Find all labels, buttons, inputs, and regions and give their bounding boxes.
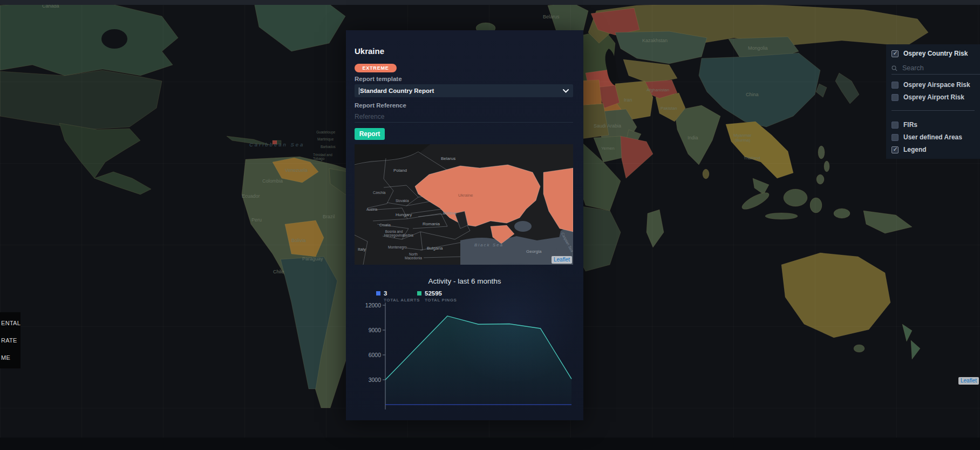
svg-text:6000: 6000 [369, 352, 382, 358]
map-bottom-band [0, 438, 980, 450]
checkbox[interactable] [891, 146, 899, 153]
layer-toggle-legend[interactable]: Legend [891, 145, 976, 155]
layer-label: Osprey Country Risk [903, 50, 968, 57]
pings-swatch [417, 291, 421, 295]
layer-label: Osprey Airport Risk [903, 93, 964, 101]
chevron-down-icon [563, 89, 569, 93]
search-input[interactable] [901, 64, 968, 72]
layer-toggle-airport-risk[interactable]: Osprey Airport Risk [891, 92, 976, 102]
layer-label: Osprey Airspace Risk [903, 81, 970, 89]
report-template-select[interactable]: Standard Country Report [355, 84, 573, 97]
checkbox[interactable] [891, 94, 899, 101]
report-reference-input[interactable] [355, 111, 573, 123]
country-report-modal: Ukraine EXTREME Report template Standard… [346, 30, 583, 420]
alerts-swatch [376, 291, 380, 295]
reference-field-label: Report Reference [355, 102, 406, 109]
svg-text:9000: 9000 [369, 327, 382, 333]
layer-label: FIRs [903, 121, 917, 129]
activity-line-chart: 30006000900012000 [355, 300, 575, 414]
activity-chart-title: Activity - last 6 months [346, 277, 583, 285]
panel-divider [891, 110, 975, 111]
modal-title: Ukraine [355, 46, 384, 56]
risk-level-badge: EXTREME [355, 64, 397, 72]
leaflet-attribution-link[interactable]: Leaflet [552, 256, 572, 264]
checkbox[interactable] [891, 82, 899, 89]
app-root: Canada Caribbean Sea Guadeloupe Martiniq… [0, 0, 980, 450]
leaflet-attribution-link[interactable]: Leaflet [958, 377, 979, 385]
layer-label: User defined Areas [903, 133, 962, 141]
layer-toggle-country-risk[interactable]: Osprey Country Risk [891, 49, 976, 58]
layer-label: Legend [903, 146, 927, 153]
checkbox[interactable] [891, 50, 899, 57]
checkbox[interactable] [891, 134, 899, 141]
text-caret [359, 88, 359, 95]
template-field-label: Report template [355, 76, 402, 82]
risk-scale-item: RATE [0, 337, 21, 344]
layer-toggle-user-areas[interactable]: User defined Areas [891, 132, 976, 142]
layers-panel: Osprey Country Risk Osprey Airspace Risk… [886, 44, 980, 159]
layer-toggle-firs[interactable]: FIRs [891, 120, 976, 130]
template-selected-value: Standard Country Report [360, 88, 563, 94]
pings-total: 52595 [425, 290, 457, 297]
svg-text:3000: 3000 [369, 377, 382, 383]
minimap-shapes [355, 144, 573, 265]
svg-text:12000: 12000 [365, 302, 381, 308]
report-button[interactable]: Report [355, 128, 385, 140]
risk-scale-item: ENTAL [0, 320, 21, 326]
alerts-total: 3 [384, 290, 420, 297]
country-minimap[interactable]: Belarus Poland Czechia Slovakia Austria … [355, 144, 573, 265]
layer-search[interactable] [891, 62, 980, 75]
risk-scale-legend: ENTAL RATE ME [0, 312, 21, 368]
layer-toggle-airspace-risk[interactable]: Osprey Airspace Risk [891, 80, 976, 90]
checkbox[interactable] [891, 122, 899, 129]
search-icon [891, 65, 897, 71]
risk-scale-item: ME [0, 354, 21, 361]
map-top-band [0, 0, 980, 5]
